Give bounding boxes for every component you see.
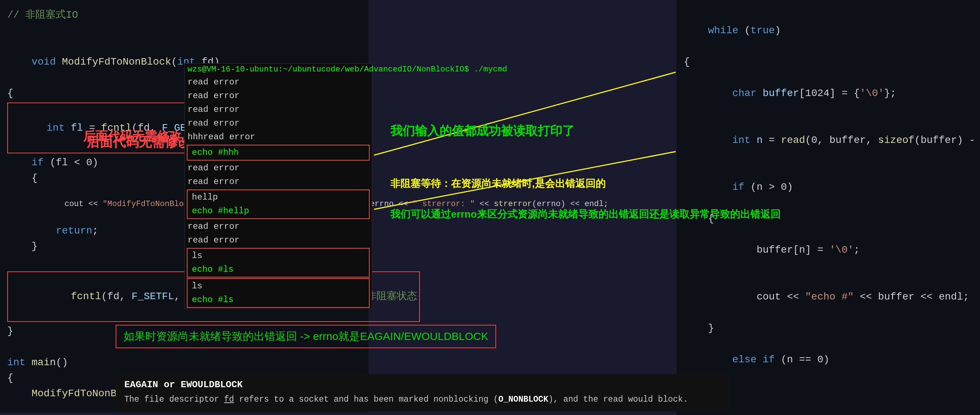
comment-nonblock-io: // 非阻塞式IO [7, 7, 361, 23]
label-success-read: 我们输入的值都成功被读取打印了 [390, 123, 574, 139]
terminal-title: wzs@VM-16-10-ubuntu:~/ubuntucode/web/Adv… [185, 63, 372, 75]
void-keyword: void [32, 56, 62, 68]
paren-open: ( [171, 56, 177, 68]
right-while: while (true) [684, 7, 973, 54]
terminal-highlight-echo-hhh: echo #hhh [187, 145, 370, 161]
bottom-desc-body: The file descriptor fd refers to a socke… [124, 393, 721, 406]
terminal-read-error-8: read error [185, 233, 372, 247]
terminal-read-error-7: read error [185, 220, 372, 233]
terminal-echo-hellp: echo #hellp [189, 204, 368, 218]
terminal-read-error-3: read error [185, 103, 372, 117]
terminal-echo-ls-2: echo #ls [189, 293, 368, 307]
bottom-red-box: 如果时资源尚未就绪导致的出错返回 -> errno就是EAGAIN/EWOULD… [116, 325, 496, 348]
terminal-hhh-read-error: hhhread error [185, 130, 372, 144]
terminal-echo-ls-1: echo #ls [189, 263, 368, 276]
right-if-n-pos: if (n > 0) [684, 164, 973, 211]
right-brace-3: } [684, 320, 973, 336]
terminal-panel: wzs@VM-16-10-ubuntu:~/ubuntucode/web/Adv… [184, 63, 372, 309]
label-nonblock-wait: 非阻塞等待：在资源尚未就绪时,是会出错返回的 [390, 177, 606, 190]
terminal-ls-2: ls [189, 279, 368, 293]
right-cout-echo: cout << "echo #" << buffer << endl; [684, 274, 973, 320]
right-char-buffer: char buffer[1024] = {'\0'}; [684, 70, 973, 117]
terminal-ls-1: ls [189, 249, 368, 263]
right-buffer-null: buffer[n] = '\0'; [684, 226, 973, 273]
terminal-read-error-2: read error [185, 89, 372, 103]
code-blank-1 [7, 23, 361, 38]
right-brace-1: { [684, 54, 973, 70]
terminal-read-error-5: read error [185, 161, 372, 175]
label-errno-distinguish: 我们可以通过errno来区分式资源尚未就绪导致的出错返回还是读取异常导致的出错返… [390, 208, 781, 221]
terminal-echo-hhh: echo #hhh [189, 146, 368, 160]
terminal-read-error-1: read error [185, 75, 372, 89]
o-nonblock-bold: O_NONBLOCK [498, 395, 548, 404]
label-no-change-text: 后面代码无需修改 [83, 128, 181, 145]
terminal-highlight-ls-1: ls echo #ls [187, 248, 370, 277]
terminal-highlight-hellp: hellp echo #hellp [187, 190, 370, 219]
terminal-read-error-6: read error [185, 175, 372, 189]
terminal-highlight-ls-2: ls echo #ls [187, 278, 370, 308]
svg-line-0 [374, 72, 676, 155]
terminal-hellp: hellp [189, 190, 368, 204]
code-main-sig: int main() [7, 355, 361, 370]
bottom-desc-title: EAGAIN or EWOULDBLOCK [124, 379, 721, 390]
right-int-n-read: int n = read(0, buffer, sizeof(buffer) -… [684, 117, 973, 164]
bottom-desc-box: EAGAIN or EWOULDBLOCK The file descripto… [116, 374, 730, 412]
func-name: ModifyFdToNonBlock [62, 56, 171, 68]
bottom-label-text: 如果时资源尚未就绪导致的出错返回 -> errno就是EAGAIN/EWOULD… [124, 329, 488, 344]
terminal-read-error-4: read error [185, 117, 372, 130]
